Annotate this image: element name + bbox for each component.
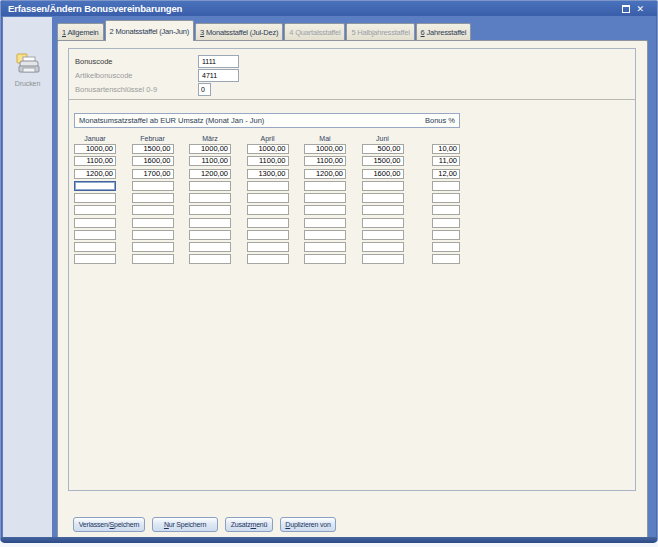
grid-cell[interactable]: 1600,00 bbox=[362, 169, 404, 179]
grid-cell[interactable] bbox=[304, 230, 346, 240]
grid-cell[interactable]: 1000,00 bbox=[74, 144, 116, 154]
bonus-header: Bonus % bbox=[425, 116, 455, 125]
bonuscode-input[interactable] bbox=[198, 55, 239, 68]
grid-cell[interactable] bbox=[132, 205, 174, 215]
grid-cell[interactable]: 1200,00 bbox=[189, 169, 231, 179]
tab-jahresstaffel[interactable]: 6 Jahresstaffel bbox=[416, 23, 472, 40]
grid-cell[interactable] bbox=[74, 181, 116, 191]
grid-cell[interactable] bbox=[74, 230, 116, 240]
grid-cell[interactable] bbox=[189, 242, 231, 252]
grid-cell[interactable]: 1200,00 bbox=[74, 169, 116, 179]
tab-monatsstaffel-jul-dez[interactable]: 3 Monatsstaffel (Jul-Dez) bbox=[195, 23, 283, 40]
grid-cell[interactable] bbox=[304, 193, 346, 203]
grid-cell[interactable] bbox=[362, 218, 404, 228]
bonusartenschluessel-input[interactable] bbox=[198, 83, 211, 96]
grid-cell[interactable] bbox=[74, 242, 116, 252]
bonus-cell[interactable] bbox=[432, 205, 460, 215]
tab-quartalsstaffel: 4 Quartalsstaffel bbox=[284, 23, 345, 40]
grid-cell[interactable] bbox=[304, 205, 346, 215]
window-title: Erfassen/Ändern Bonusvereinbarungen bbox=[1, 3, 182, 14]
tab-monatsstaffel-jan-jun[interactable]: 2 Monatsstaffel (Jan-Jun) bbox=[105, 20, 195, 41]
grid-cell[interactable] bbox=[362, 254, 404, 264]
titlebar[interactable]: Erfassen/Ändern Bonusvereinbarungen ✕ bbox=[1, 1, 657, 16]
tab-allgemein[interactable]: 1 Allgemein bbox=[57, 23, 104, 40]
grid-cell[interactable] bbox=[304, 181, 346, 191]
bonus-cell[interactable]: 11,00 bbox=[432, 156, 460, 166]
bonus-cell[interactable] bbox=[432, 193, 460, 203]
grid-cell[interactable] bbox=[362, 205, 404, 215]
restore-icon[interactable] bbox=[622, 5, 630, 13]
grid-cell[interactable] bbox=[132, 230, 174, 240]
artikelbonuscode-input[interactable] bbox=[198, 69, 239, 82]
sidebar: Drucken bbox=[3, 17, 52, 537]
grid-cell[interactable] bbox=[132, 218, 174, 228]
grid-cell[interactable] bbox=[189, 181, 231, 191]
grid-cell[interactable] bbox=[304, 254, 346, 264]
column-header: Juni bbox=[362, 135, 404, 142]
staffel-header: Monatsumsatzstaffel ab EUR Umsatz (Monat… bbox=[79, 116, 264, 125]
nur-speichern-button[interactable]: Nur Speichern bbox=[152, 517, 218, 532]
bonus-cell[interactable]: 10,00 bbox=[432, 144, 460, 154]
content-panel: Bonuscode Artikelbonuscode Bonusartensch… bbox=[57, 40, 648, 537]
grid-cell[interactable] bbox=[304, 218, 346, 228]
close-icon[interactable]: ✕ bbox=[636, 5, 644, 13]
grid-cell[interactable]: 1000,00 bbox=[247, 144, 289, 154]
grid-cell[interactable] bbox=[74, 193, 116, 203]
grid-cell[interactable]: 1100,00 bbox=[304, 156, 346, 166]
verlassen-speichern-button[interactable]: Verlassen/Speichern bbox=[73, 517, 145, 532]
grid-cell[interactable] bbox=[132, 193, 174, 203]
bonus-cell[interactable]: 12,00 bbox=[432, 169, 460, 179]
grid-cell[interactable] bbox=[304, 242, 346, 252]
separator-line bbox=[69, 99, 635, 100]
grid-cell[interactable] bbox=[362, 230, 404, 240]
grid-cell[interactable]: 1100,00 bbox=[74, 156, 116, 166]
grid-cell[interactable]: 1100,00 bbox=[189, 156, 231, 166]
grid-cell[interactable] bbox=[247, 205, 289, 215]
bonuscode-label: Bonuscode bbox=[75, 57, 113, 66]
grid-cell[interactable]: 1300,00 bbox=[247, 169, 289, 179]
grid-cell[interactable] bbox=[74, 218, 116, 228]
grid-cell[interactable] bbox=[189, 218, 231, 228]
grid-cell[interactable] bbox=[247, 242, 289, 252]
grid-cell[interactable] bbox=[74, 205, 116, 215]
grid-cell[interactable]: 1000,00 bbox=[189, 144, 231, 154]
grid-cell[interactable] bbox=[132, 254, 174, 264]
bonus-cell[interactable] bbox=[432, 218, 460, 228]
bonus-cell[interactable] bbox=[432, 242, 460, 252]
print-button[interactable]: Drucken bbox=[3, 52, 52, 87]
dialog-window: Erfassen/Ändern Bonusvereinbarungen ✕ Dr… bbox=[0, 0, 658, 543]
grid-cell[interactable] bbox=[362, 242, 404, 252]
grid-cell[interactable] bbox=[189, 254, 231, 264]
grid-cell[interactable]: 1200,00 bbox=[304, 169, 346, 179]
grid-cell[interactable] bbox=[362, 181, 404, 191]
zusatzmenue-button[interactable]: Zusatzmenü bbox=[225, 517, 273, 532]
bonus-cell[interactable] bbox=[432, 254, 460, 264]
grid-cell[interactable] bbox=[247, 193, 289, 203]
grid-cell[interactable]: 1500,00 bbox=[132, 144, 174, 154]
print-label: Drucken bbox=[3, 80, 52, 87]
bonus-cell[interactable] bbox=[432, 181, 460, 191]
grid-cell[interactable]: 1600,00 bbox=[132, 156, 174, 166]
grid-cell[interactable] bbox=[247, 230, 289, 240]
grid-cell[interactable]: 500,00 bbox=[362, 144, 404, 154]
grid-cell[interactable] bbox=[189, 230, 231, 240]
grid-cell[interactable] bbox=[247, 181, 289, 191]
grid-cell[interactable] bbox=[189, 205, 231, 215]
grid-cell[interactable] bbox=[132, 242, 174, 252]
grid-cell[interactable]: 1100,00 bbox=[247, 156, 289, 166]
grid-cell[interactable] bbox=[74, 254, 116, 264]
duplizieren-von-button[interactable]: Duplizieren von bbox=[280, 517, 336, 532]
grid-cell[interactable] bbox=[247, 218, 289, 228]
bonus-cell[interactable] bbox=[432, 230, 460, 240]
grid-cell[interactable]: 1500,00 bbox=[362, 156, 404, 166]
grid-cell[interactable] bbox=[189, 193, 231, 203]
grid-cell[interactable] bbox=[362, 193, 404, 203]
grid-cell[interactable]: 1700,00 bbox=[132, 169, 174, 179]
grid-cell[interactable] bbox=[132, 181, 174, 191]
tab-strip: 1 Allgemein 2 Monatsstaffel (Jan-Jun) 3 … bbox=[57, 20, 472, 41]
grid-cell[interactable]: 1000,00 bbox=[304, 144, 346, 154]
staffel-header-bar: Monatsumsatzstaffel ab EUR Umsatz (Monat… bbox=[74, 113, 460, 128]
printer-icon bbox=[14, 52, 42, 76]
grid-cell[interactable] bbox=[247, 254, 289, 264]
column-header: Januar bbox=[74, 135, 116, 142]
